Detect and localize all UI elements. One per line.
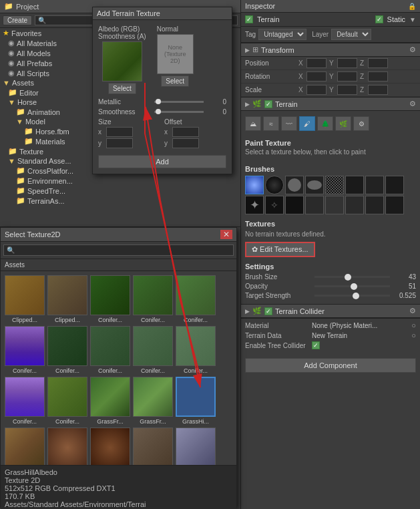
- pos-x-input[interactable]: 0: [306, 58, 327, 68]
- brush-texture2[interactable]: [325, 196, 344, 214]
- tag-dropdown[interactable]: Untagged: [258, 29, 306, 40]
- collider-section-header[interactable]: ▶ 🌿 ✓ Terrain Collider ⚙: [241, 304, 420, 318]
- rotation-row: Rotation X0 Y0 Z0: [241, 70, 420, 83]
- texture-thumb-mudroc1: [133, 428, 173, 465]
- brush-star[interactable]: ✦: [245, 196, 264, 214]
- animation-label: Animation: [27, 108, 60, 116]
- texture-item-mudroc1[interactable]: MudRoc...: [133, 428, 173, 465]
- brush-noise4[interactable]: [385, 176, 404, 194]
- texture-item-grass2[interactable]: GrassFr...: [133, 377, 173, 425]
- metallic-slider[interactable]: [154, 101, 204, 103]
- texture-item-clipped2[interactable]: Clipped...: [47, 275, 87, 323]
- texture-item-conifer10[interactable]: Conifer...: [47, 377, 87, 425]
- target-strength-val: 0.525: [393, 292, 416, 299]
- texture-item-conifer1[interactable]: Conifer...: [90, 275, 130, 323]
- brush-circle-filled[interactable]: [285, 176, 304, 194]
- texture-item-grass1[interactable]: GrassFr...: [90, 377, 130, 425]
- albedo-select-button[interactable]: Select: [108, 83, 136, 94]
- paint-texture-title: Paint Texture: [245, 139, 416, 147]
- edit-textures-button[interactable]: ✿ Edit Textures...: [245, 242, 315, 257]
- enable-tree-checkbox[interactable]: ✓: [312, 341, 320, 349]
- pos-y-input[interactable]: 0: [337, 58, 357, 68]
- terrain-raise-icon[interactable]: ⛰: [245, 116, 261, 131]
- brush-texture5[interactable]: [385, 196, 404, 214]
- opacity-slider[interactable]: [314, 285, 390, 287]
- brush-noise2[interactable]: [345, 176, 364, 194]
- terrain-active-check[interactable]: ✓: [264, 100, 272, 108]
- scale-label: Scale: [245, 86, 298, 94]
- terrain-paint-height-icon[interactable]: ≈: [263, 116, 279, 131]
- brush-cross[interactable]: [285, 196, 304, 214]
- offset-x-label: x: [164, 128, 171, 136]
- texture-item-grassr[interactable]: GrassR...: [5, 428, 45, 465]
- st-folder-icon: 📁: [16, 186, 25, 195]
- texture-item-horsed2[interactable]: Horse_D: [90, 428, 130, 465]
- collider-component-icon: 🌿: [252, 307, 262, 315]
- collider-active-check[interactable]: ✓: [264, 307, 272, 315]
- active-checkbox[interactable]: ✓: [245, 15, 253, 23]
- rot-z-input[interactable]: 0: [368, 71, 388, 81]
- texture-item-conifer5[interactable]: Conifer...: [47, 326, 87, 374]
- enable-tree-label: Enable Tree Collider: [245, 342, 312, 349]
- texture-item-grasshi[interactable]: GrassHi...: [176, 377, 216, 425]
- terrain-data-circle-icon: ○: [411, 331, 416, 339]
- terrain-data-row: Terrain Data New Terrain ○: [245, 331, 416, 339]
- texture-item-conifer9[interactable]: Conifer...: [5, 377, 45, 425]
- rot-y-input[interactable]: 0: [337, 71, 357, 81]
- add-component-button[interactable]: Add Component: [245, 358, 416, 373]
- texture-item-conifer6[interactable]: Conifer...: [90, 326, 130, 374]
- collider-arrow-icon: ▶: [245, 308, 250, 315]
- scale-x-input[interactable]: 1: [306, 85, 327, 95]
- texture-item-conifer8[interactable]: Conifer...: [176, 326, 216, 374]
- terrain-section-header[interactable]: ▶ 🌿 ✓ Terrain ⚙: [241, 97, 420, 111]
- create-button[interactable]: Create: [3, 15, 32, 25]
- texture-search-input[interactable]: [3, 244, 234, 256]
- add-button[interactable]: Add: [98, 155, 226, 168]
- brush-circle-soft[interactable]: [245, 176, 264, 194]
- offset-x-input[interactable]: 0: [172, 127, 199, 137]
- transform-gear-icon: ⚙: [409, 45, 416, 54]
- size-y-input[interactable]: 15: [106, 138, 133, 148]
- scale-z-label: Z: [360, 86, 367, 94]
- texture-item-conifer4[interactable]: Conifer...: [5, 326, 45, 374]
- terrain-tree-icon[interactable]: 🌲: [317, 116, 333, 131]
- brush-circle-hard[interactable]: [265, 176, 284, 194]
- texture-item-conifer7[interactable]: Conifer...: [133, 326, 173, 374]
- brush-noise3[interactable]: [365, 176, 384, 194]
- terrain-settings-icon[interactable]: ⚙: [353, 116, 369, 131]
- texture-close-button[interactable]: ✕: [220, 230, 232, 239]
- speedtree-item[interactable]: 📁 SpeedTre...: [0, 186, 240, 196]
- layer-dropdown[interactable]: Default: [331, 29, 371, 40]
- normal-select-button[interactable]: Select: [161, 75, 189, 87]
- texture-thumb-grassr: [5, 428, 45, 465]
- brush-texture3[interactable]: [345, 196, 364, 214]
- size-x-input[interactable]: 15: [106, 127, 133, 137]
- smoothness-slider[interactable]: [154, 111, 204, 113]
- texture-item-conifer2[interactable]: Conifer...: [133, 275, 173, 323]
- terrain-smooth-icon[interactable]: 〰: [281, 116, 297, 131]
- terrainas-item[interactable]: 📁 TerrainAs...: [0, 196, 240, 206]
- rot-x-input[interactable]: 0: [306, 71, 327, 81]
- brush-size-slider[interactable]: [314, 276, 390, 278]
- texture-item-conifer3[interactable]: Conifer...: [176, 275, 216, 323]
- terrain-paint-texture-icon[interactable]: 🖌: [299, 116, 315, 131]
- terrain-detail-icon[interactable]: 🌿: [335, 116, 351, 131]
- rot-y-label: Y: [329, 73, 336, 80]
- pos-z-input[interactable]: 0: [368, 58, 388, 68]
- texture-item-mudroc2[interactable]: MudRoc...: [176, 428, 216, 465]
- brush-texture1[interactable]: [305, 196, 324, 214]
- brush-noise1[interactable]: [325, 176, 344, 194]
- static-checkbox[interactable]: ✓: [375, 15, 383, 23]
- texture-item-clipped1[interactable]: Clipped...: [5, 275, 45, 323]
- brush-texture4[interactable]: [365, 196, 384, 214]
- scale-z-input[interactable]: 1: [368, 85, 388, 95]
- inspector-panel: Inspector 🔒 ✓ Terrain ✓ Static ▼ Tag Unt…: [240, 0, 420, 509]
- transform-section-header[interactable]: ▶ ⊞ Transform ⚙: [241, 43, 420, 57]
- offset-y-input[interactable]: 0: [172, 138, 199, 148]
- environment-item[interactable]: 📁 Environmen...: [0, 176, 240, 186]
- scale-y-input[interactable]: 1: [337, 85, 357, 95]
- brush-oval[interactable]: [305, 176, 324, 194]
- brush-star2[interactable]: ✧: [265, 196, 284, 214]
- target-strength-slider[interactable]: [314, 295, 390, 297]
- texture-item-horsed1[interactable]: Horse_D: [47, 428, 87, 465]
